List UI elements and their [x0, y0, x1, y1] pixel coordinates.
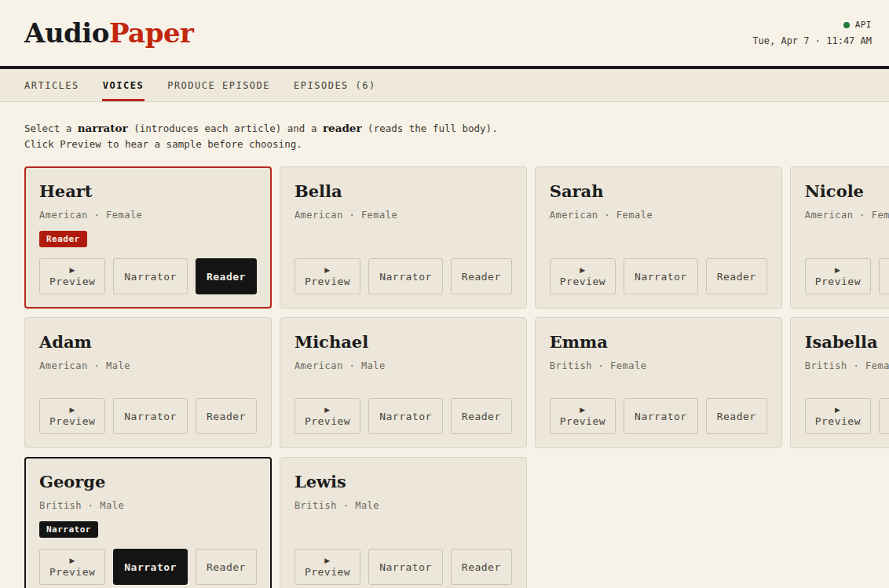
voice-name: George	[39, 472, 257, 491]
voice-name: Adam	[39, 332, 257, 352]
voice-card: Bella American · Female ▶ Preview Narrat…	[280, 166, 527, 309]
voice-meta: American · Female	[39, 210, 257, 221]
tab-episodes[interactable]: EPISODES (6)	[282, 69, 388, 101]
preview-button-label: Preview	[49, 276, 95, 287]
narrator-button[interactable]: Narrator	[879, 398, 889, 434]
voice-grid: Heart American · Female Reader ▶ Preview…	[0, 152, 889, 588]
narrator-button[interactable]: Narrator	[879, 258, 889, 294]
status-dot-icon	[843, 22, 850, 28]
app-header: AudioPaper API Tue, Apr 7 · 11:47 AM	[0, 0, 889, 66]
tab-produce-episode[interactable]: PRODUCE EPISODE	[155, 69, 282, 101]
voice-gender: Female	[865, 360, 889, 371]
reader-button[interactable]: Reader	[196, 398, 257, 434]
voice-card: Emma British · Female ▶ Preview Narrator…	[535, 317, 782, 448]
narrator-button-label: Narrator	[635, 271, 687, 283]
voice-accent: British	[805, 360, 847, 371]
reader-button-label: Reader	[207, 271, 246, 283]
narrator-button[interactable]: Narrator	[624, 398, 698, 434]
preview-button[interactable]: ▶ Preview	[295, 258, 360, 294]
voice-name: Lewis	[295, 472, 512, 491]
reader-button[interactable]: Reader	[451, 398, 512, 434]
preview-button[interactable]: ▶ Preview	[805, 258, 871, 294]
voice-card-buttons: ▶ Preview Narrator Reader	[805, 247, 889, 294]
voice-name: Sarah	[550, 181, 767, 201]
preview-button[interactable]: ▶ Preview	[39, 549, 105, 585]
voice-card-buttons: ▶ Preview Narrator Reader	[295, 538, 512, 585]
narrator-button-label: Narrator	[379, 561, 432, 573]
api-status-label: API	[855, 20, 872, 30]
voice-card-buttons: ▶ Preview Narrator Reader	[39, 387, 257, 434]
reader-button-label: Reader	[207, 561, 246, 573]
voice-accent: American	[295, 360, 343, 371]
tab-articles[interactable]: ARTICLES	[13, 69, 91, 101]
voice-gender: Female	[610, 360, 646, 371]
narrator-button[interactable]: Narrator	[113, 258, 188, 294]
instruction-text: (introduces each article) and a	[128, 122, 323, 134]
play-icon: ▶	[69, 266, 75, 275]
meta-separator: ·	[88, 500, 94, 511]
voice-meta: British · Female	[805, 360, 889, 371]
voice-meta: British · Male	[39, 500, 257, 511]
voice-card-buttons: ▶ Preview Narrator Reader	[550, 387, 767, 434]
instructions-line1: Select a narrator (introduces each artic…	[24, 120, 865, 137]
voice-meta: American · Male	[295, 360, 512, 371]
instruction-text: (reads the full body).	[362, 122, 498, 134]
voice-card: Lewis British · Male ▶ Preview Narrator …	[280, 457, 527, 588]
voice-meta: American · Male	[39, 360, 257, 371]
reader-button[interactable]: Reader	[196, 258, 257, 294]
voice-accent: American	[295, 210, 343, 221]
instructions: Select a narrator (introduces each artic…	[0, 102, 889, 152]
preview-button[interactable]: ▶ Preview	[805, 398, 871, 434]
voice-name: Michael	[295, 332, 512, 352]
reader-button[interactable]: Reader	[706, 258, 767, 294]
voice-card-buttons: ▶ Preview Narrator Reader	[295, 247, 512, 294]
preview-button[interactable]: ▶ Preview	[550, 398, 616, 434]
voice-card: Adam American · Male ▶ Preview Narrator …	[24, 317, 272, 448]
narrator-button-label: Narrator	[379, 411, 432, 422]
meta-separator: ·	[853, 360, 859, 371]
voice-gender: Female	[106, 210, 142, 221]
play-icon: ▶	[580, 266, 585, 275]
narrator-button[interactable]: Narrator	[113, 398, 188, 434]
reader-button[interactable]: Reader	[706, 398, 767, 434]
preview-button[interactable]: ▶ Preview	[295, 549, 360, 585]
voice-name: Emma	[550, 332, 767, 352]
reader-button[interactable]: Reader	[451, 258, 512, 294]
meta-separator: ·	[859, 210, 865, 221]
reader-button-label: Reader	[462, 271, 501, 283]
preview-button-label: Preview	[305, 415, 350, 427]
reader-button[interactable]: Reader	[196, 549, 257, 585]
preview-button-label: Preview	[305, 276, 350, 287]
preview-button[interactable]: ▶ Preview	[39, 258, 105, 294]
preview-button-label: Preview	[560, 415, 605, 427]
narrator-button-label: Narrator	[379, 271, 432, 283]
tab-voices[interactable]: VOICES	[91, 69, 155, 101]
preview-button-label: Preview	[49, 415, 95, 427]
narrator-button[interactable]: Narrator	[368, 258, 443, 294]
preview-button[interactable]: ▶ Preview	[39, 398, 105, 434]
preview-button-label: Preview	[815, 415, 861, 427]
narrator-button[interactable]: Narrator	[368, 398, 443, 434]
preview-button-label: Preview	[815, 276, 861, 287]
meta-separator: ·	[94, 360, 101, 371]
preview-button[interactable]: ▶ Preview	[550, 258, 616, 294]
reader-button-label: Reader	[462, 411, 501, 422]
narrator-button[interactable]: Narrator	[368, 549, 443, 585]
play-icon: ▶	[580, 406, 585, 415]
meta-separator: ·	[598, 360, 605, 371]
reader-keyword: reader	[323, 122, 362, 134]
narrator-button[interactable]: Narrator	[113, 549, 188, 585]
voice-meta: American · Female	[550, 210, 767, 221]
preview-button[interactable]: ▶ Preview	[295, 398, 360, 434]
play-icon: ▶	[835, 266, 840, 275]
tab-bar: ARTICLES VOICES PRODUCE EPISODE EPISODES…	[0, 69, 889, 102]
narrator-button[interactable]: Narrator	[624, 258, 698, 294]
voice-meta: American · Female	[295, 210, 512, 221]
reader-button-label: Reader	[462, 561, 501, 573]
reader-button[interactable]: Reader	[451, 549, 512, 585]
voice-meta: American · Female	[805, 210, 889, 221]
play-icon: ▶	[324, 557, 330, 565]
voice-card: George British · Male Narrator ▶ Preview…	[24, 457, 272, 588]
voice-gender: Male	[106, 360, 130, 371]
voice-accent: American	[39, 360, 88, 371]
